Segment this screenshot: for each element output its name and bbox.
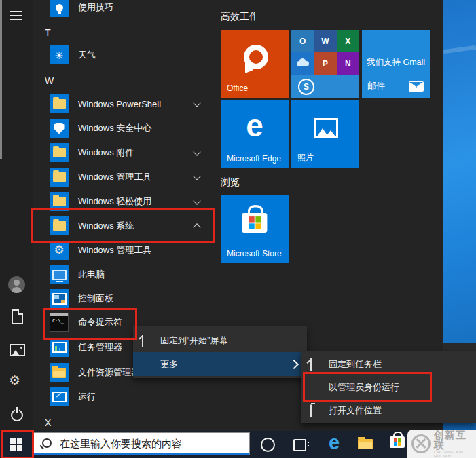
office-logo-icon [240, 42, 270, 75]
annotation-box-command-prompt [43, 308, 137, 340]
taskbar-file-explorer-icon[interactable] [358, 439, 373, 449]
expand-menu-button[interactable] [10, 11, 22, 20]
security-tile-icon [50, 119, 69, 138]
file-location-icon [310, 405, 312, 417]
app-item-powershell[interactable]: Windows PowerShell [33, 92, 206, 116]
chevron-right-icon [289, 360, 299, 369]
app-label: 天气 [78, 49, 96, 61]
annotation-box-windows-system [31, 208, 215, 243]
watermark-badge: 创新互联 CHUANG XIN HULIAN [407, 430, 476, 458]
task-manager-tile-icon [50, 338, 69, 357]
task-view-icon[interactable] [293, 439, 306, 451]
app-label: 运行 [78, 391, 96, 403]
photos-icon [314, 118, 338, 138]
admin-tools-tile-icon: ⚙ [50, 241, 69, 260]
lightbulb-icon [56, 4, 63, 12]
folder-tile-icon [50, 94, 69, 113]
applist-scrollbar[interactable] [0, 0, 2, 159]
tile-office-apps[interactable]: O W X P N S [291, 30, 359, 98]
cortana-icon[interactable] [261, 438, 275, 452]
explorer-folder-icon [52, 368, 66, 378]
start-menu-rail [0, 0, 33, 431]
annotation-box-run-as-admin [303, 372, 432, 402]
taskbar-store-icon[interactable] [390, 436, 405, 448]
sun-icon: ☀ [54, 50, 63, 60]
app-item-run[interactable]: 运行 [33, 385, 206, 409]
app-label: 此电脑 [78, 269, 105, 281]
control-panel-tile-icon [50, 289, 69, 308]
control-panel-icon [52, 293, 67, 305]
excel-icon: X [337, 30, 359, 52]
section-header-x[interactable]: X [45, 417, 86, 428]
app-item-control-panel[interactable]: 控制面板 [33, 286, 206, 311]
file-explorer-tile-icon [50, 363, 69, 382]
tile-edge[interactable]: e Microsoft Edge [221, 100, 289, 168]
app-label: Windows PowerShell [78, 99, 161, 109]
annotation-box-start-button [1, 430, 34, 458]
powerpoint-icon: P [314, 52, 336, 75]
app-label: Windows 安全中心 [78, 122, 151, 134]
section-header-w[interactable]: W [45, 75, 86, 86]
menu-item-label: 打开文件位置 [329, 404, 382, 417]
onenote-icon: N [337, 52, 359, 75]
skype-icon: S [298, 79, 314, 95]
menu-item-pin-to-start[interactable]: 固定到“开始”屏幕 [133, 328, 307, 352]
onedrive-icon [291, 52, 314, 75]
tile-store[interactable]: Microsoft Store [221, 195, 289, 263]
menu-item-more[interactable]: 更多 [133, 352, 307, 376]
app-item-admin-tools[interactable]: Windows 管理工具 [33, 165, 206, 189]
start-menu-screen: ⚙ 使用技巧 T ☀ 天气 W Windows PowerShell Windo… [0, 0, 476, 458]
weather-tile-icon: ☀ [50, 45, 69, 64]
documents-icon[interactable] [12, 309, 23, 324]
search-input[interactable] [58, 437, 249, 450]
tile-group-browse[interactable]: 浏览 [221, 176, 240, 189]
tips-tile-icon [50, 0, 69, 17]
chevron-down-icon [193, 172, 200, 180]
app-label: Windows 管理工具 [78, 244, 151, 256]
watermark-caption: CHUANG XIN HULIAN [434, 450, 476, 458]
app-label: 控制面板 [78, 292, 113, 305]
edge-logo-icon: e [221, 107, 289, 144]
app-item-weather[interactable]: ☀ 天气 [33, 43, 206, 67]
tile-mail[interactable]: 我们支持 Gmail 邮件 [362, 30, 430, 98]
chevron-down-icon [193, 99, 200, 107]
tile-group-productivity[interactable]: 高效工作 [221, 11, 259, 23]
watermark-logo-icon [411, 434, 431, 453]
menu-item-label: 固定到“开始”屏幕 [160, 335, 228, 347]
folder-tile-icon [50, 143, 69, 162]
tile-label: Office [227, 83, 248, 93]
power-icon[interactable] [11, 409, 23, 421]
pictures-icon[interactable] [10, 344, 25, 356]
run-window-icon [52, 392, 67, 402]
mail-envelope-icon [409, 81, 424, 92]
taskbar-edge-icon[interactable]: e [324, 432, 344, 454]
menu-item-open-file-location[interactable]: 打开文件位置 [301, 399, 476, 422]
tile-label: 邮件 [367, 80, 385, 92]
app-item-accessories[interactable]: Windows 附件 [33, 140, 206, 165]
gear-icon: ⚙ [54, 244, 64, 256]
menu-item-label: 更多 [160, 358, 178, 370]
app-item-security-center[interactable]: Windows 安全中心 [33, 116, 206, 140]
folder-icon [53, 197, 66, 206]
user-avatar[interactable] [8, 276, 25, 293]
submenu-shadow [443, 343, 476, 352]
pushpin-icon [310, 359, 312, 371]
search-icon [42, 438, 52, 448]
app-label: Windows 轻松使用 [78, 195, 151, 208]
app-item-tips[interactable]: 使用技巧 [33, 0, 206, 20]
context-menu: 固定到“开始”屏幕 更多 [133, 326, 307, 378]
taskbar-search[interactable] [33, 432, 250, 455]
folder-tile-icon [50, 168, 69, 187]
word-icon: W [314, 30, 336, 52]
tile-office[interactable]: Office [221, 30, 289, 98]
settings-gear-icon[interactable]: ⚙ [9, 373, 20, 388]
store-bag-icon [242, 213, 267, 233]
section-header-t[interactable]: T [45, 27, 86, 38]
menu-item-label: 固定到任务栏 [329, 358, 382, 370]
skype-strip: S [291, 75, 359, 98]
watermark-brand: 创新互联 [434, 430, 476, 450]
tile-photos[interactable]: 照片 [291, 100, 359, 168]
app-item-this-pc[interactable]: 此电脑 [33, 263, 206, 287]
run-tile-icon [50, 387, 69, 406]
mail-promo-text: 我们支持 Gmail [367, 57, 425, 69]
